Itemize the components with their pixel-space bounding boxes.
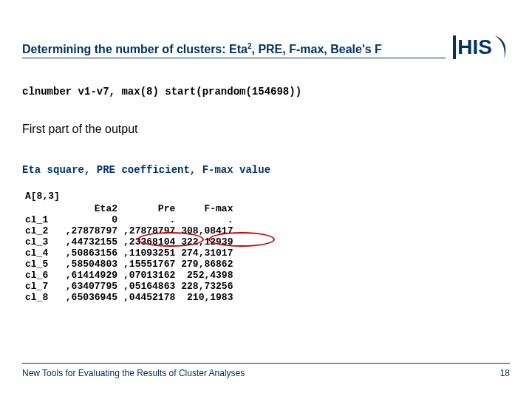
output-table: A[8,3] Eta2 Pre F-max cl_10.. cl_2,27878… <box>22 191 236 303</box>
command-line: clnumber v1-v7, max(8) start(prandom(154… <box>22 86 301 98</box>
table-row: cl_8,65036945,04452178210,1983 <box>22 292 236 303</box>
table-row: cl_2,27878797,27878797308,08417 <box>22 225 236 236</box>
page-number: 18 <box>500 368 510 378</box>
logo-text: HIS <box>457 35 492 59</box>
section-label: Eta square, PRE coefficient, F-max value <box>22 164 270 176</box>
footer-text: New Tools for Evaluating the Results of … <box>22 368 245 378</box>
col-eta2: Eta2 <box>63 203 120 214</box>
title-pre: Determining the number of clusters: Eta <box>22 43 248 55</box>
slide-title: Determining the number of clusters: Eta2… <box>22 42 446 58</box>
table-row: cl_3,44732155,23368104322,12939 <box>22 236 236 248</box>
table-dim: A[8,3] <box>22 191 63 203</box>
subheading: First part of the output <box>22 123 138 136</box>
table-header-row: Eta2 Pre F-max <box>22 203 236 214</box>
table-row: cl_6,61414929,07013162252,4398 <box>22 270 236 281</box>
table-row: cl_7,63407795,05164863228,73256 <box>22 281 236 292</box>
logo: HIS <box>453 34 510 61</box>
table-row: cl_10.. <box>22 214 236 225</box>
footer-divider <box>22 363 510 364</box>
table-row: cl_5,58504803,15551767279,86862 <box>22 259 236 270</box>
title-post: , PRE, F-max, Beale's F <box>252 43 382 55</box>
col-fmax: F-max <box>178 203 236 214</box>
logo-bar-icon <box>453 35 456 59</box>
col-pre: Pre <box>120 203 178 214</box>
table-row: cl_4,50863156,11093251274,31017 <box>22 248 236 259</box>
logo-swoosh-icon <box>494 34 510 61</box>
